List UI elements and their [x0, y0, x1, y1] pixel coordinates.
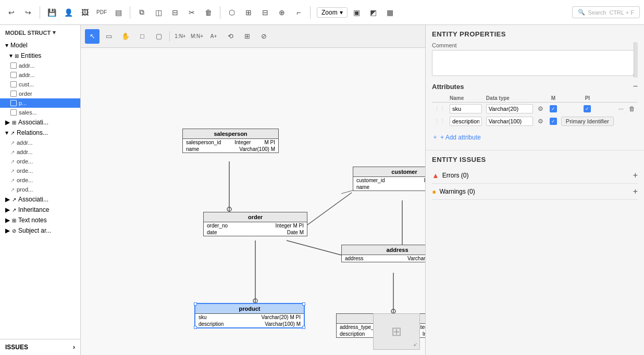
round-rect-tool[interactable]: ▢ — [152, 29, 166, 44]
attr-m-checkbox-description[interactable]: ✓ — [550, 118, 557, 125]
sidebar-item-sales[interactable]: sales... — [0, 108, 80, 117]
entity-order[interactable]: order order_no Integer M PI date Date M — [203, 212, 307, 236]
mask-button[interactable]: ◫ — [151, 5, 166, 20]
drag-handle[interactable]: ⋮⋮ — [432, 103, 448, 116]
line1-tool[interactable]: 1:N+ — [173, 29, 188, 44]
attr-name-input-sku[interactable] — [450, 104, 482, 113]
entities-group[interactable]: ▾ ⊞ Entities — [0, 50, 80, 61]
attr-name-input-description[interactable] — [450, 117, 482, 126]
drag-handle[interactable]: ⋮⋮ — [432, 115, 448, 128]
cut-button[interactable]: ✂ — [184, 5, 199, 20]
corner-button[interactable]: ⌐ — [291, 5, 306, 20]
errors-expand-button[interactable]: + — [633, 171, 638, 180]
entity-customer[interactable]: customer customer_id Integer M PI name I… — [353, 167, 425, 191]
attr-pi-description[interactable]: Primary Identifier — [559, 115, 616, 128]
attr-type-description[interactable] — [484, 115, 535, 128]
delete-button[interactable]: 🗑 — [201, 5, 216, 20]
minimap[interactable]: ⊞ ↙ — [373, 313, 420, 350]
search-box[interactable]: 🔍 Search CTRL + F — [572, 6, 640, 18]
attr-name-sku[interactable] — [448, 103, 484, 116]
slash-tool[interactable]: ⊘ — [256, 29, 271, 44]
sidebar-item-order[interactable]: order — [0, 89, 80, 98]
sidebar-rel-orde1[interactable]: ↗ orde... — [0, 157, 80, 166]
resize-handle-br[interactable] — [302, 326, 305, 329]
pan-tool[interactable]: ✋ — [118, 29, 133, 44]
model-group[interactable]: ▾ Model — [0, 40, 80, 50]
transform-tool[interactable]: ⟲ — [223, 29, 238, 44]
associations-group[interactable]: ▶ ⊞ Associati... — [0, 117, 80, 128]
attr-name-description[interactable] — [448, 115, 484, 128]
attr-delete-btn-sku[interactable]: 🗑 — [628, 105, 636, 113]
line2-tool[interactable]: M:N+ — [190, 29, 204, 44]
attr-more-btn-sku[interactable]: ··· — [618, 105, 624, 113]
sidebar-rel-addr2[interactable]: ↗ addr... — [0, 147, 80, 157]
attr-pi-sku[interactable]: ✓ — [559, 103, 616, 116]
entity-product[interactable]: product sku Varchar(20) M PI description… — [194, 303, 305, 328]
attr-gear-description[interactable]: ⚙ — [535, 115, 548, 128]
attr-gear-sku[interactable]: ⚙ — [535, 103, 548, 116]
layout-button[interactable]: ▤ — [111, 5, 126, 20]
align-button[interactable]: ⊞ — [241, 5, 256, 20]
sidebar-rel-orde3[interactable]: ↗ orde... — [0, 175, 80, 185]
image-button[interactable]: 🖼 — [78, 5, 92, 20]
group-button[interactable]: 👤 — [61, 5, 76, 20]
entity-address[interactable]: address address Varchar(100) M PI — [341, 245, 425, 262]
rect-tool[interactable]: □ — [135, 29, 150, 44]
canvas-content[interactable]: salesperson salesperson_id Integer M PI … — [81, 48, 425, 355]
model-struct-header[interactable]: MODEL STRUCT ▾ — [0, 25, 80, 40]
copy-button[interactable]: ⧉ — [134, 5, 149, 20]
attr-more-sku[interactable]: ··· — [616, 103, 626, 116]
distribute-button[interactable]: ⊟ — [258, 5, 273, 20]
container-tool[interactable]: ⊞ — [240, 29, 254, 44]
export-button[interactable]: ⬡ — [225, 5, 239, 20]
sidebar-item-product[interactable]: p... — [0, 98, 80, 108]
attr-settings-description[interactable]: ⚙ — [537, 117, 544, 125]
layers-button[interactable]: ⊕ — [275, 5, 289, 20]
undo-button[interactable]: ↩ — [4, 5, 19, 20]
attr-m-checkbox-sku[interactable]: ✓ — [550, 105, 557, 112]
line3-tool[interactable]: A+ — [206, 29, 221, 44]
sidebar-rel-orde2[interactable]: ↗ orde... — [0, 166, 80, 175]
svg-point-6 — [253, 299, 257, 303]
attr-type-input-sku[interactable] — [486, 104, 533, 113]
sidebar-rel-prod[interactable]: ↗ prod... — [0, 185, 80, 194]
save-button[interactable]: 💾 — [44, 5, 59, 20]
resize-handle-tl[interactable] — [194, 302, 197, 306]
inheritance-group[interactable]: ▶ ↗ Inheritance — [0, 205, 80, 215]
warnings-expand-button[interactable]: + — [633, 187, 638, 196]
textnotes-group[interactable]: ▶ ⊞ Text notes — [0, 215, 80, 225]
sidebar-item-addr2[interactable]: addr... — [0, 70, 80, 80]
issues-bar[interactable]: ISSUES › — [0, 339, 80, 355]
view-btn-1[interactable]: ▣ — [350, 5, 364, 20]
attr-type-input-description[interactable] — [486, 117, 533, 126]
attr-delete-sku[interactable]: 🗑 — [626, 103, 638, 116]
pdf-button[interactable]: PDF — [94, 5, 109, 20]
entity-salesperson[interactable]: salesperson salesperson_id Integer M PI … — [182, 129, 279, 153]
draw-toolbar: ↖ ▭ ✋ □ ▢ 1:N+ M:N+ A+ ⟲ ⊞ ⊘ — [81, 25, 425, 48]
marquee-tool[interactable]: ▭ — [102, 29, 116, 44]
select-tool[interactable]: ↖ — [85, 29, 100, 44]
subtract-button[interactable]: ⊟ — [168, 5, 182, 20]
collapse-attributes-button[interactable]: − — [633, 82, 638, 91]
subjectareas-group[interactable]: ▶ ⊘ Subject ar... — [0, 225, 80, 236]
resize-handle-bl[interactable] — [194, 326, 197, 329]
add-attribute-button[interactable]: ＋ + Add attribute — [432, 130, 481, 145]
associations2-group[interactable]: ▶ ↗ Associati... — [0, 194, 80, 205]
minimap-expand[interactable]: ↙ — [413, 341, 417, 347]
relations-group[interactable]: ▾ ↗ Relations... — [0, 128, 80, 138]
zoom-control[interactable]: Zoom ▾ — [317, 7, 348, 18]
attr-settings-sku[interactable]: ⚙ — [537, 105, 544, 113]
view-btn-2[interactable]: ◩ — [366, 5, 381, 20]
comment-textarea[interactable] — [432, 50, 638, 76]
attr-pi-checkbox-sku[interactable]: ✓ — [584, 105, 591, 112]
sidebar-item-cust[interactable]: cust... — [0, 80, 80, 89]
redo-button[interactable]: ↪ — [21, 5, 35, 20]
sidebar-item-addr1[interactable]: addr... — [0, 61, 80, 70]
attr-type-sku[interactable] — [484, 103, 535, 116]
scroll-bar[interactable] — [634, 42, 638, 78]
resize-handle-tr[interactable] — [302, 302, 305, 306]
view-btn-3[interactable]: ▦ — [383, 5, 398, 20]
sidebar-rel-addr1[interactable]: ↗ addr... — [0, 138, 80, 147]
attr-m-description[interactable]: ✓ — [548, 115, 559, 128]
attr-m-sku[interactable]: ✓ — [548, 103, 559, 116]
